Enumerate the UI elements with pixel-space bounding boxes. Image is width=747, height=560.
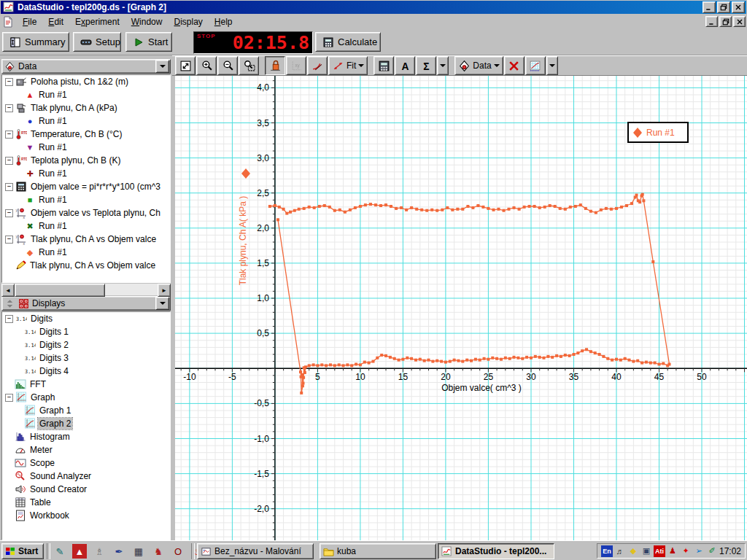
data-item-objem-valce-vs-teplota-plynu-ch[interactable]: −yxObjem valce vs Teplota plynu, Ch bbox=[2, 206, 170, 219]
displays-item-sound-analyzer[interactable]: Sound Analyzer bbox=[2, 470, 170, 483]
displays-panel-header[interactable]: Displays bbox=[1, 296, 171, 311]
data-item-temperature-ch-b-c[interactable]: −RTDTemperature, Ch B (°C) bbox=[2, 128, 170, 141]
calculator-icon[interactable]: ▦ bbox=[131, 544, 146, 559]
calculate-button[interactable]: Calculate bbox=[315, 32, 381, 52]
data-item-run-1-1[interactable]: ▲Run #1 bbox=[2, 88, 170, 101]
journal-icon[interactable]: ✎ bbox=[53, 544, 67, 559]
powerdesk-icon[interactable]: ◆ bbox=[627, 545, 639, 557]
displays-item-digits-1-1[interactable]: 3.14Digits 1 bbox=[2, 325, 170, 338]
child-restore-button[interactable] bbox=[719, 16, 732, 27]
statistics-menu-button[interactable]: Σ bbox=[416, 56, 436, 75]
menu-display[interactable]: Display bbox=[168, 15, 208, 29]
displays-item-fft[interactable]: FFT bbox=[2, 378, 170, 391]
agent-icon[interactable]: ♟ bbox=[667, 545, 678, 557]
collapse-icon[interactable]: − bbox=[5, 183, 13, 191]
collapse-icon[interactable]: − bbox=[5, 209, 13, 217]
data-item-run-1-9[interactable]: ■Run #1 bbox=[2, 193, 170, 206]
start-menu-button[interactable]: Start bbox=[1, 543, 44, 559]
collapse-icon[interactable]: − bbox=[5, 394, 13, 402]
data-item-tlak-plynu-ch-a-kpa[interactable]: −Tlak plynu, Ch A (kPa) bbox=[2, 101, 170, 114]
zoom-in-button[interactable] bbox=[196, 56, 217, 75]
statistics-menu-dropdown-button[interactable] bbox=[437, 56, 449, 75]
splitter-icon[interactable] bbox=[4, 298, 15, 309]
task-datastudio-tepl200[interactable]: DataStudio - tepl200... bbox=[438, 543, 554, 559]
displays-item-graph[interactable]: −Graph bbox=[2, 391, 170, 404]
zoom-out-button[interactable] bbox=[217, 56, 238, 75]
collapse-icon[interactable]: − bbox=[5, 78, 13, 86]
data-panel-header[interactable]: Data bbox=[1, 59, 171, 74]
data-tree-scrollbar[interactable]: ◄ ► bbox=[1, 284, 171, 295]
keyboard-layout-icon[interactable]: En bbox=[601, 545, 613, 557]
fit-menu-button[interactable]: Fit bbox=[328, 56, 368, 75]
menu-file[interactable]: File bbox=[17, 15, 42, 29]
data-item-tlak-plynu-ch-a-vs-objem-valce[interactable]: −yxTlak plynu, Ch A vs Objem valce bbox=[2, 233, 170, 246]
pen-icon[interactable]: ✒ bbox=[112, 544, 126, 559]
scroll-right-icon[interactable]: ► bbox=[158, 284, 171, 297]
displays-item-digits-3-3[interactable]: 3.14Digits 3 bbox=[2, 351, 170, 365]
summary-button[interactable]: Summary bbox=[2, 32, 69, 52]
close-button[interactable] bbox=[732, 1, 745, 13]
calculate-tool-button[interactable] bbox=[374, 56, 394, 75]
displays-item-histogram[interactable]: Histogram bbox=[2, 430, 170, 443]
menu-help[interactable]: Help bbox=[209, 15, 239, 29]
menu-window[interactable]: Window bbox=[125, 15, 169, 29]
dragon-icon[interactable]: ♞ bbox=[151, 544, 166, 559]
displays-item-scope[interactable]: Scope bbox=[2, 456, 170, 470]
task-bez-n-zvu-malov-n[interactable]: Bez_názvu - Malování bbox=[197, 543, 314, 559]
zoom-select-button[interactable] bbox=[239, 56, 259, 75]
displays-item-graph-1-7[interactable]: Graph 1 bbox=[2, 404, 170, 417]
scrollbar-thumb[interactable] bbox=[15, 284, 105, 297]
smart-tool-button[interactable] bbox=[265, 56, 285, 75]
displays-panel-dropdown-button[interactable] bbox=[155, 297, 169, 310]
displays-item-workbook[interactable]: Workbook bbox=[2, 509, 170, 522]
graph-settings-menu-dropdown-button[interactable] bbox=[546, 56, 558, 75]
menu-edit[interactable]: Edit bbox=[42, 15, 69, 29]
graph-settings-menu-button[interactable] bbox=[525, 56, 546, 75]
sync-icon[interactable]: ➢ bbox=[693, 545, 705, 557]
task-kuba[interactable]: kuba bbox=[320, 543, 436, 559]
slope-tool-button[interactable] bbox=[307, 56, 328, 75]
menu-experiment[interactable]: Experiment bbox=[69, 15, 125, 29]
data-item-run-1-3[interactable]: ●Run #1 bbox=[2, 114, 170, 128]
child-minimize-button[interactable] bbox=[705, 16, 718, 27]
tweak-icon[interactable]: ✐ bbox=[706, 545, 718, 557]
collapse-icon[interactable]: − bbox=[5, 236, 13, 244]
scale-to-fit-button[interactable] bbox=[175, 56, 196, 75]
displays-item-digits[interactable]: −3.14Digits bbox=[2, 312, 170, 325]
collapse-icon[interactable]: − bbox=[5, 157, 13, 165]
displays-item-digits-4-4[interactable]: 3.14Digits 4 bbox=[2, 365, 170, 378]
collapse-icon[interactable]: − bbox=[5, 104, 13, 112]
child-close-button[interactable] bbox=[733, 16, 746, 27]
displays-item-meter[interactable]: Meter bbox=[2, 443, 170, 456]
data-item-run-1-5[interactable]: ▼Run #1 bbox=[2, 141, 170, 154]
acrobat-icon[interactable]: ▲ bbox=[72, 544, 87, 559]
opera-icon[interactable]: O bbox=[171, 544, 185, 559]
data-item-run-1-13[interactable]: ◆Run #1 bbox=[2, 246, 170, 259]
data-item-run-1-7[interactable]: ✚Run #1 bbox=[2, 167, 170, 180]
collapse-icon[interactable]: − bbox=[5, 315, 13, 323]
scheduler-icon[interactable]: ▣ bbox=[640, 545, 652, 557]
text-tool-button[interactable]: A bbox=[395, 56, 415, 75]
data-menu-button[interactable]: Data bbox=[454, 56, 503, 75]
ati-icon[interactable]: Ati bbox=[654, 545, 665, 557]
displays-item-graph-2-8[interactable]: Graph 2 bbox=[2, 417, 170, 430]
setup-button[interactable]: Setup bbox=[73, 32, 121, 52]
data-item-objem-valce-pi-r-r-y-100-cm-3[interactable]: −Objem valce = pi*r*r*y*100 (cm^3 bbox=[2, 180, 170, 193]
bird-icon[interactable]: ♗ bbox=[92, 544, 107, 559]
delete-tool-button[interactable] bbox=[504, 56, 525, 75]
data-panel-dropdown-button[interactable] bbox=[155, 60, 169, 73]
collapse-icon[interactable]: − bbox=[5, 131, 13, 139]
graph-display[interactable]: -10-551015202530354045504,03,53,02,52,01… bbox=[175, 76, 747, 540]
data-item-tlak-plynu-ch-a-vs-objem-valce[interactable]: Tlak plynu, Ch A vs Objem valce bbox=[2, 259, 170, 272]
minimize-button[interactable] bbox=[703, 1, 716, 13]
legend[interactable]: Run #1 bbox=[628, 122, 688, 142]
scroll-left-icon[interactable]: ◄ bbox=[1, 284, 15, 297]
document-icon[interactable] bbox=[2, 16, 14, 28]
data-item-poloha-pistu-ch-1-2-m[interactable]: −Poloha pistu, Ch 1&2 (m) bbox=[2, 75, 170, 88]
volume-icon[interactable]: ♬ bbox=[614, 545, 626, 557]
powerstrip-icon[interactable]: ✦ bbox=[680, 545, 692, 557]
restore-button[interactable] bbox=[717, 1, 730, 13]
data-item-teplota-plynu-ch-b-k[interactable]: −RTDTeplota plynu, Ch B (K) bbox=[2, 154, 170, 167]
xy-tool-button[interactable]: xy bbox=[286, 56, 306, 75]
data-item-run-1-11[interactable]: ✖Run #1 bbox=[2, 219, 170, 233]
